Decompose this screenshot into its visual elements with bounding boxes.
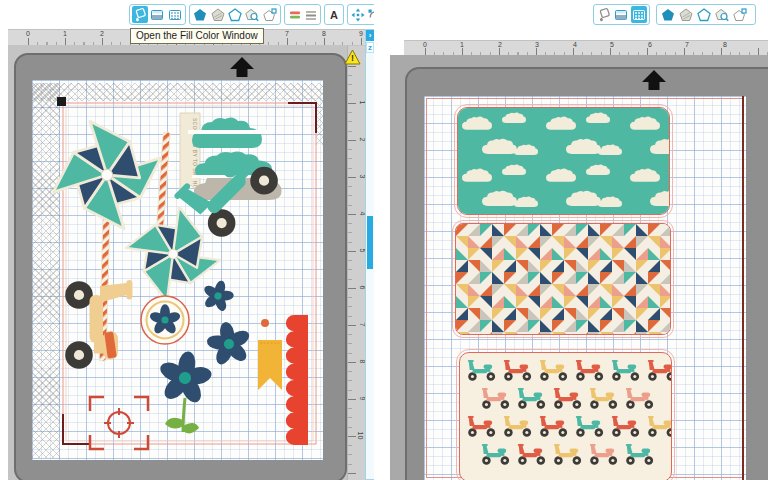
scallop-strip-red[interactable] <box>286 315 308 445</box>
ruler-tick-label: 2 <box>498 41 502 48</box>
pentagon-edit-button[interactable] <box>731 6 748 23</box>
shape-style-group <box>656 4 756 25</box>
fill-pattern-window-icon <box>168 8 182 22</box>
pentagon-outline-button[interactable] <box>227 6 243 23</box>
ruler-tick-label: 7 <box>685 41 689 48</box>
text-tool-group: A <box>324 4 344 25</box>
pentagon-zoom-icon <box>245 8 259 22</box>
ruler-tick-label: 2 <box>100 30 104 37</box>
pentagon-pattern-icon <box>679 8 693 22</box>
fill-color-button[interactable] <box>132 6 148 23</box>
registration-corner-top-right <box>288 103 316 133</box>
fill-gradient-window-button[interactable] <box>613 6 629 23</box>
pentagon-outline-icon <box>697 8 711 22</box>
flower-with-stem[interactable] <box>153 348 216 434</box>
fill-gradient-window-icon <box>150 8 164 22</box>
mat-direction-arrow <box>642 70 666 90</box>
left-vertical-scrollbar[interactable]: › z <box>365 29 374 480</box>
line-pattern-button[interactable] <box>303 6 318 23</box>
left-canvas-viewport[interactable]: SCOOTING BY TO SAY HI <box>8 45 366 480</box>
ruler-tick-label: 7 <box>285 30 289 37</box>
right-toolbar <box>390 4 768 27</box>
tooltip-open-fill-color-window: Open the Fill Color Window <box>130 28 264 44</box>
line-color-icon <box>288 8 302 22</box>
pentagon-edit-button[interactable] <box>262 6 278 23</box>
flower[interactable] <box>202 318 256 370</box>
fill-pattern-window-icon <box>632 8 646 22</box>
selection-handle[interactable] <box>57 97 66 106</box>
pentagon-solid-icon <box>193 8 207 22</box>
fill-color-button[interactable] <box>596 6 612 23</box>
left-editor-pane: A <box>0 0 374 480</box>
shape-style-group <box>189 4 281 25</box>
left-design-page[interactable]: SCOOTING BY TO SAY HI <box>32 80 323 460</box>
transform-tool-group <box>347 4 374 25</box>
fill-tool-group <box>593 4 650 25</box>
right-design-page[interactable] <box>424 96 746 480</box>
move-button[interactable] <box>350 6 366 23</box>
scrollbar-thumb[interactable] <box>367 216 373 269</box>
mat-direction-arrow <box>230 57 254 77</box>
page-right-boundary <box>742 96 744 480</box>
ruler-tick-label: 4 <box>573 41 577 48</box>
line-pattern-icon <box>304 8 318 22</box>
ruler-tick-label: 1 <box>63 30 67 37</box>
registration-corner-bottom-left <box>63 414 91 444</box>
ruler-tick-label: 0 <box>26 30 30 37</box>
scooter-fender-tip <box>261 319 269 327</box>
fill-color-icon <box>133 8 147 22</box>
ruler-tick-label: 3 <box>535 41 539 48</box>
left-toolbar: A <box>0 4 374 27</box>
pentagon-edit-icon <box>733 8 747 22</box>
pentagon-zoom-button[interactable] <box>244 6 260 23</box>
triangles-pattern <box>456 224 671 335</box>
fill-pattern-window-button[interactable] <box>631 6 647 23</box>
fill-color-icon <box>597 8 611 22</box>
right-canvas-viewport[interactable] <box>390 55 768 480</box>
pentagon-pattern-icon <box>211 8 225 22</box>
pentagon-outline-icon <box>228 8 242 22</box>
pentagon-edit-icon <box>263 8 277 22</box>
move-icon <box>351 8 365 22</box>
fill-gradient-window-icon <box>614 8 628 22</box>
pentagon-pattern-button[interactable] <box>677 6 694 23</box>
flower[interactable] <box>198 277 238 316</box>
pentagon-zoom-button[interactable] <box>713 6 730 23</box>
warning-exclamation: ! <box>351 53 354 63</box>
clouds-pattern-swatch[interactable] <box>457 107 670 215</box>
pentagon-zoom-icon <box>715 8 729 22</box>
right-editor-pane: 0 1 2 3 4 5 6 7 8 <box>390 0 768 480</box>
circle-frame[interactable] <box>141 296 189 344</box>
pentagon-outline-button[interactable] <box>695 6 712 23</box>
scooters-pattern <box>460 353 672 480</box>
rotate-icon <box>367 8 374 22</box>
fill-gradient-window-button[interactable] <box>149 6 165 23</box>
ruler-tick-label: 10 <box>358 432 365 440</box>
ruler-tick-label: 1 <box>460 41 464 48</box>
scooters-pattern-swatch[interactable] <box>459 352 672 480</box>
flag-banner-yellow[interactable] <box>258 340 282 390</box>
ruler-tick-label: 0 <box>423 41 427 48</box>
rotate-button[interactable] <box>367 6 375 23</box>
clouds-pattern <box>458 108 670 215</box>
fill-pattern-window-button[interactable] <box>167 6 183 23</box>
ruler-tick-label: 9 <box>359 30 363 37</box>
ruler-tick-label: 8 <box>723 41 727 48</box>
tag-banner[interactable]: SCOOTING BY TO SAY HI <box>180 113 200 192</box>
ruler-tick-label: 6 <box>648 41 652 48</box>
pentagon-solid-button[interactable] <box>192 6 208 23</box>
line-color-button[interactable] <box>287 6 302 23</box>
pentagon-pattern-button[interactable] <box>209 6 225 23</box>
panel-expand-button[interactable]: › <box>366 30 374 41</box>
left-vertical-ruler: 1 2 3 4 5 6 7 8 9 10 <box>347 46 366 480</box>
panel-fold-button[interactable]: z <box>366 42 374 53</box>
ruler-tick-label: 8 <box>322 30 326 37</box>
pentagon-solid-button[interactable] <box>659 6 676 23</box>
pentagon-solid-icon <box>661 8 675 22</box>
line-style-group <box>284 4 321 25</box>
text-tool-button[interactable]: A <box>327 6 341 23</box>
left-design-layer: SCOOTING BY TO SAY HI <box>32 80 323 460</box>
text-tool-icon: A <box>330 9 338 21</box>
triangles-pattern-swatch[interactable] <box>455 223 671 335</box>
fill-tool-group <box>129 4 186 25</box>
